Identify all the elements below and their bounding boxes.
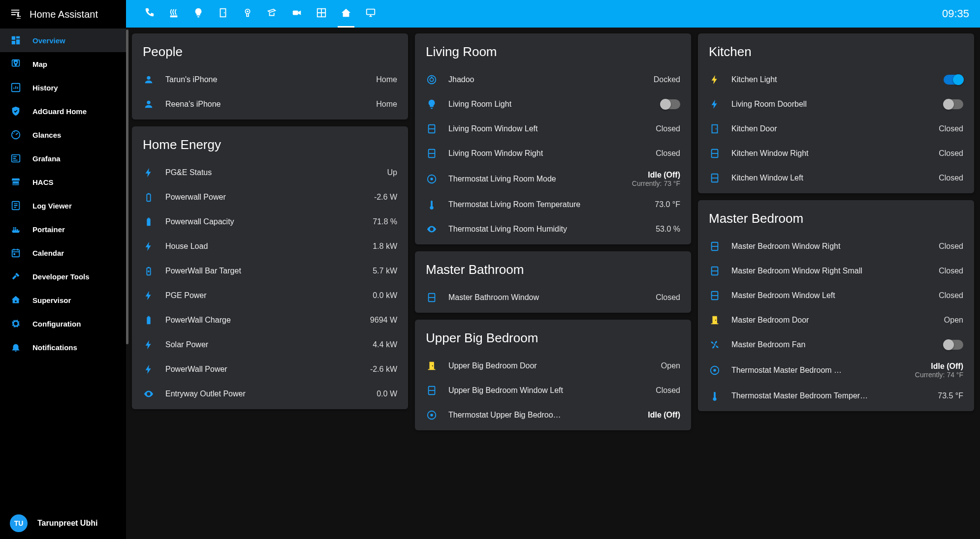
entity-row[interactable]: PowerWall Bar Target5.7 kW	[132, 259, 408, 283]
entity-row[interactable]: Entryway Outlet Power0.0 W	[132, 382, 408, 406]
entity-row[interactable]: Living Room Light	[415, 92, 691, 117]
sidebar-item-overview[interactable]: Overview	[0, 29, 126, 52]
sidebar-item-label: HACS	[32, 178, 116, 186]
app-title: Home Assistant	[30, 9, 98, 20]
entity-row[interactable]: Master Bathroom WindowClosed	[415, 285, 691, 310]
sidebar-item-glances[interactable]: Glances	[0, 123, 126, 147]
sidebar-item-label: History	[32, 84, 116, 92]
sidebar-item-configuration[interactable]: Configuration	[0, 312, 126, 335]
svg-rect-10	[221, 9, 226, 17]
sidebar-item-log-viewer[interactable]: Log Viewer	[0, 194, 126, 217]
phone-icon	[144, 7, 155, 20]
entity-value: 0.0 kW	[373, 291, 397, 300]
tab-monitor[interactable]	[358, 0, 383, 28]
tab-bulb[interactable]	[186, 0, 211, 28]
svg-rect-16	[367, 9, 375, 15]
tab-cam[interactable]	[235, 0, 260, 28]
clock: 09:35	[942, 7, 969, 20]
card-kitchen: Kitchen Kitchen Light Living Room Doorbe…	[698, 33, 974, 193]
sidebar-item-developer-tools[interactable]: Developer Tools	[0, 265, 126, 288]
svg-rect-21	[147, 219, 150, 226]
entity-name: Living Room Window Right	[448, 149, 645, 158]
tab-phone[interactable]	[137, 0, 161, 28]
tab-camera2[interactable]	[260, 0, 285, 28]
entity-row[interactable]: Living Room Window LeftClosed	[415, 117, 691, 141]
flash-icon	[709, 98, 721, 110]
svg-point-34	[430, 178, 433, 180]
entity-value: 1.8 kW	[373, 242, 397, 251]
entity-value: -2.6 W	[374, 193, 397, 202]
tab-door[interactable]	[211, 0, 235, 28]
entity-row[interactable]: Living Room Doorbell	[698, 92, 974, 117]
entity-row[interactable]: Master Bedroom Fan	[698, 332, 974, 357]
sidebar-item-map[interactable]: Map	[0, 52, 126, 76]
entity-row[interactable]: Tarun's iPhoneHome	[132, 67, 408, 92]
entity-row[interactable]: Thermostat Upper Big Bedroo…Idle (Off)	[415, 403, 691, 427]
entity-row[interactable]: Living Room Window RightClosed	[415, 141, 691, 166]
sidebar-item-history[interactable]: History	[0, 76, 126, 99]
sidebar-item-notifications[interactable]: Notifications	[0, 335, 126, 359]
card-living-room: Living Room JhadooDocked Living Room Lig…	[415, 33, 691, 244]
toggle-switch[interactable]	[944, 99, 963, 109]
entity-name: Upper Big Bedroom Window Left	[448, 386, 645, 395]
entity-row[interactable]: PG&E StatusUp	[132, 160, 408, 185]
svg-point-30	[431, 77, 433, 78]
entity-row[interactable]: PGE Power0.0 kW	[132, 283, 408, 308]
sidebar-item-portainer[interactable]: Portainer	[0, 217, 126, 241]
entity-row[interactable]: Kitchen DoorClosed	[698, 117, 974, 141]
thermo-icon	[709, 390, 721, 402]
entity-row[interactable]: Kitchen Window RightClosed	[698, 141, 974, 166]
entity-row[interactable]: JhadooDocked	[415, 67, 691, 92]
entity-value: Open	[661, 361, 680, 370]
sidebar-item-grafana[interactable]: Grafana	[0, 147, 126, 170]
monitor-icon	[365, 7, 376, 20]
entity-row[interactable]: House Load1.8 kW	[132, 234, 408, 259]
svg-rect-7	[12, 250, 20, 257]
menu-icon[interactable]	[10, 8, 21, 21]
dashboard-content: People Tarun's iPhoneHome Reena's iPhone…	[126, 28, 980, 539]
entity-row[interactable]: Master Bedroom DoorOpen	[698, 308, 974, 332]
entity-row[interactable]: Master Bedroom Window Right SmallClosed	[698, 259, 974, 283]
tab-home[interactable]	[334, 0, 358, 28]
entity-row[interactable]: Reena's iPhoneHome	[132, 92, 408, 117]
sidebar-item-calendar[interactable]: Calendar	[0, 241, 126, 265]
entity-row[interactable]: Powerwall Power-2.6 W	[132, 185, 408, 210]
sidebar-item-adguard-home[interactable]: AdGuard Home	[0, 99, 126, 123]
entity-row[interactable]: Thermostat Living Room Temperature73.0 °…	[415, 192, 691, 217]
tab-heat[interactable]	[161, 0, 186, 28]
toggle-switch[interactable]	[944, 340, 963, 350]
entity-row[interactable]: Solar Power4.4 kW	[132, 332, 408, 357]
entity-value: 71.8 %	[373, 217, 397, 226]
entity-value: Closed	[939, 242, 963, 251]
entity-row[interactable]: Upper Big Bedroom Window LeftClosed	[415, 378, 691, 403]
entity-value: 9694 W	[370, 316, 397, 325]
entity-row[interactable]: Kitchen Light	[698, 67, 974, 92]
toggle-switch[interactable]	[944, 75, 963, 85]
entity-row[interactable]: PowerWall Power-2.6 kW	[132, 357, 408, 382]
entity-value: Closed	[939, 124, 963, 133]
sidebar-item-supervisor[interactable]: Supervisor	[0, 288, 126, 312]
svg-point-13	[247, 10, 249, 12]
entity-row[interactable]: Thermostat Master Bedroom Temper…73.5 °F	[698, 384, 974, 408]
sidebar-resize-handle[interactable]	[126, 30, 128, 344]
entity-row[interactable]: Thermostat Master Bedroom …Idle (Off)Cur…	[698, 357, 974, 384]
entity-row[interactable]: Kitchen Window LeftClosed	[698, 166, 974, 190]
entity-row[interactable]: Powerwall Capacity71.8 %	[132, 210, 408, 234]
entity-name: House Load	[165, 242, 362, 251]
entity-row[interactable]: Master Bedroom Window LeftClosed	[698, 283, 974, 308]
entity-value: Closed	[656, 293, 680, 302]
svg-rect-27	[148, 316, 150, 317]
entity-row[interactable]: PowerWall Charge9694 W	[132, 308, 408, 332]
tab-grid[interactable]	[309, 0, 334, 28]
sidebar-user[interactable]: TU Tarunpreet Ubhi	[0, 508, 126, 539]
entity-row[interactable]: Thermostat Living Room Humidity53.0 %	[415, 217, 691, 241]
tab-video[interactable]	[285, 0, 309, 28]
sidebar-item-label: Calendar	[32, 249, 116, 257]
entity-row[interactable]: Master Bedroom Window RightClosed	[698, 234, 974, 259]
sidebar-item-hacs[interactable]: HACS HACS	[0, 170, 126, 194]
entity-name: Kitchen Door	[731, 124, 928, 133]
entity-row[interactable]: Upper Big Bedroom DoorOpen	[415, 354, 691, 378]
entity-row[interactable]: Thermostat Living Room ModeIdle (Off)Cur…	[415, 166, 691, 192]
log-icon	[10, 200, 22, 211]
toggle-switch[interactable]	[661, 99, 680, 109]
